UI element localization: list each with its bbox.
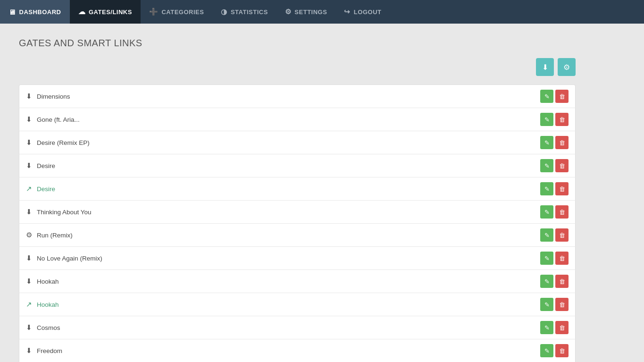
edit-icon: ✎ [544, 162, 550, 169]
download-icon: ⬇ [26, 138, 32, 147]
download-icon: ⬇ [26, 208, 32, 216]
delete-icon: 🗑 [559, 209, 565, 216]
item-name: Hookah [37, 278, 59, 285]
logout-nav-icon: ↪ [344, 8, 351, 16]
delete-icon: 🗑 [559, 301, 565, 308]
download-icon: ⬇ [26, 277, 32, 286]
list-item: ⬇Thinking About You✎🗑 [19, 200, 576, 223]
delete-button[interactable]: 🗑 [555, 136, 569, 149]
toolbar: ⬇ ⚙ [19, 58, 576, 76]
download-icon: ⬇ [26, 323, 32, 332]
smart-icon: ⚙ [26, 231, 32, 239]
download-icon: ⬇ [26, 346, 32, 355]
item-name: Dimensions [37, 93, 70, 100]
statistics-nav-label: STATISTICS [231, 8, 268, 16]
delete-button[interactable]: 🗑 [555, 90, 569, 103]
list-item: ⬇Dimensions✎🗑 [19, 84, 576, 108]
page-title: GATES AND SMART LINKS [19, 38, 576, 49]
edit-button[interactable]: ✎ [540, 228, 553, 242]
edit-icon: ✎ [544, 347, 550, 354]
list-item: ⬇No Love Again (Remix)✎🗑 [19, 246, 576, 269]
edit-icon: ✎ [544, 255, 550, 262]
delete-button[interactable]: 🗑 [555, 252, 569, 265]
nav-item-statistics[interactable]: ◑STATISTICS [212, 0, 276, 24]
edit-button[interactable]: ✎ [540, 90, 553, 103]
edit-button[interactable]: ✎ [540, 252, 553, 265]
item-name: Freedom [37, 347, 62, 354]
item-name: Desire [37, 185, 55, 193]
edit-icon: ✎ [544, 209, 550, 216]
item-name: Thinking About You [37, 209, 92, 216]
settings-nav-label: SETTINGS [294, 8, 327, 16]
settings-nav-icon: ⚙ [285, 8, 292, 16]
delete-icon: 🗑 [559, 347, 565, 354]
nav-item-logout[interactable]: ↪LOGOUT [335, 0, 390, 24]
list-item: ⚙Run (Remix)✎🗑 [19, 223, 576, 246]
items-list: ⬇Dimensions✎🗑⬇Gone (ft. Aria...✎🗑⬇Desire… [19, 84, 576, 362]
edit-button[interactable]: ✎ [540, 321, 553, 334]
edit-button[interactable]: ✎ [540, 298, 553, 311]
download-icon: ⬇ [26, 254, 32, 262]
edit-icon: ✎ [544, 232, 550, 239]
categories-nav-icon: ➕ [149, 8, 159, 16]
delete-icon: 🗑 [559, 232, 565, 239]
dashboard-nav-icon: 🖥 [8, 8, 16, 16]
items-scroll-container: ⬇Dimensions✎🗑⬇Gone (ft. Aria...✎🗑⬇Desire… [19, 84, 576, 362]
item-name: Run (Remix) [37, 232, 73, 239]
statistics-nav-icon: ◑ [221, 8, 227, 16]
nav-item-categories[interactable]: ➕CATEGORIES [141, 0, 213, 24]
edit-button[interactable]: ✎ [540, 205, 553, 219]
download-icon: ⬇ [26, 115, 32, 124]
settings-button[interactable]: ⚙ [558, 58, 576, 76]
delete-icon: 🗑 [559, 278, 565, 285]
item-name: No Love Again (Remix) [37, 255, 102, 262]
download-icon: ⬇ [26, 161, 32, 170]
categories-nav-label: CATEGORIES [161, 8, 204, 16]
delete-icon: 🗑 [559, 139, 565, 146]
list-item: ⬇Desire✎🗑 [19, 154, 576, 177]
nav-item-dashboard[interactable]: 🖥DASHBOARD [0, 0, 70, 24]
gates-nav-icon: ☁ [78, 8, 86, 16]
delete-button[interactable]: 🗑 [555, 159, 569, 172]
edit-button[interactable]: ✎ [540, 159, 553, 172]
gates-nav-label: GATES/LINKS [89, 8, 132, 16]
edit-button[interactable]: ✎ [540, 113, 553, 126]
delete-icon: 🗑 [559, 93, 565, 100]
list-item: ⬇Cosmos✎🗑 [19, 316, 576, 339]
main-content: GATES AND SMART LINKS ⬇ ⚙ ⬇Dimensions✎🗑⬇… [0, 24, 594, 362]
dashboard-nav-label: DASHBOARD [19, 8, 61, 16]
download-all-button[interactable]: ⬇ [536, 58, 554, 76]
edit-icon: ✎ [544, 116, 550, 123]
edit-icon: ✎ [544, 324, 550, 331]
list-item: ⬇Desire (Remix EP)✎🗑 [19, 131, 576, 154]
delete-button[interactable]: 🗑 [555, 344, 569, 357]
delete-button[interactable]: 🗑 [555, 321, 569, 334]
item-name: Desire [37, 162, 55, 169]
delete-button[interactable]: 🗑 [555, 182, 569, 195]
edit-button[interactable]: ✎ [540, 136, 553, 149]
delete-button[interactable]: 🗑 [555, 205, 569, 219]
delete-icon: 🗑 [559, 255, 565, 262]
delete-icon: 🗑 [559, 324, 565, 331]
edit-icon: ✎ [544, 185, 550, 193]
edit-button[interactable]: ✎ [540, 182, 553, 195]
list-item: ↗Hookah✎🗑 [19, 293, 576, 316]
delete-button[interactable]: 🗑 [555, 298, 569, 311]
list-item: ↗Desire✎🗑 [19, 177, 576, 200]
delete-button[interactable]: 🗑 [555, 228, 569, 242]
external-icon: ↗ [26, 300, 32, 309]
delete-icon: 🗑 [559, 185, 565, 193]
edit-icon: ✎ [544, 139, 550, 146]
settings-icon: ⚙ [563, 63, 570, 72]
delete-button[interactable]: 🗑 [555, 275, 569, 288]
list-item: ⬇Gone (ft. Aria...✎🗑 [19, 108, 576, 131]
logout-nav-label: LOGOUT [354, 8, 382, 16]
nav-item-settings[interactable]: ⚙SETTINGS [276, 0, 336, 24]
item-name: Gone (ft. Aria... [37, 116, 80, 123]
edit-button[interactable]: ✎ [540, 275, 553, 288]
delete-icon: 🗑 [559, 116, 565, 123]
item-name: Hookah [37, 301, 59, 308]
nav-item-gates[interactable]: ☁GATES/LINKS [70, 0, 141, 24]
delete-button[interactable]: 🗑 [555, 113, 569, 126]
edit-button[interactable]: ✎ [540, 344, 553, 357]
